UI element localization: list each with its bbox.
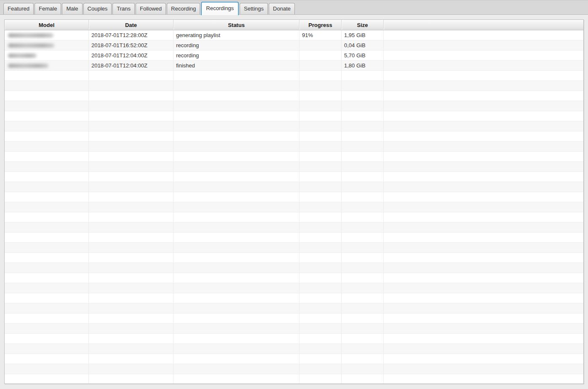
- cell-empty: [5, 273, 89, 283]
- tab-followed[interactable]: Followed: [136, 3, 166, 14]
- empty-row: [5, 374, 583, 384]
- cell-empty: [89, 354, 174, 364]
- cell-empty: [299, 314, 342, 323]
- cell-empty: [5, 202, 89, 212]
- cell-empty: [384, 101, 583, 111]
- cell-empty: [299, 81, 342, 91]
- cell-empty: [384, 303, 583, 313]
- cell-empty: [384, 162, 583, 172]
- cell-empty: [342, 344, 384, 354]
- cell-empty: [174, 293, 299, 303]
- cell-empty: [89, 314, 174, 323]
- cell-empty: [384, 293, 583, 303]
- cell-empty: [89, 212, 174, 222]
- cell-empty: [342, 131, 384, 141]
- cell-empty: [384, 314, 583, 323]
- cell-empty: [342, 354, 384, 364]
- cell-date: 2018-07-01T12:28:00Z: [89, 30, 174, 40]
- cell-empty: [174, 192, 299, 202]
- cell-empty: [174, 91, 299, 101]
- tab-trans[interactable]: Trans: [112, 3, 135, 14]
- cell-empty: [89, 91, 174, 101]
- column-header-size[interactable]: Size: [342, 20, 384, 30]
- cell-empty: [5, 111, 89, 121]
- cell-empty: [174, 111, 299, 121]
- column-header-status[interactable]: Status: [174, 20, 299, 30]
- empty-row: [5, 91, 583, 101]
- recording-row[interactable]: 2018-07-01T16:52:00Zrecording0,04 GiB: [5, 40, 583, 51]
- recording-row[interactable]: 2018-07-01T12:04:00Zrecording5,70 GiB: [5, 51, 583, 61]
- tab-couples[interactable]: Couples: [83, 3, 112, 14]
- cell-empty: [299, 223, 342, 232]
- cell-empty: [174, 314, 299, 323]
- cell-empty: [342, 192, 384, 202]
- cell-empty: [384, 91, 583, 101]
- cell-empty: [299, 212, 342, 222]
- cell-empty: [5, 253, 89, 263]
- empty-row: [5, 152, 583, 162]
- cell-progress: [299, 51, 342, 60]
- empty-row: [5, 192, 583, 202]
- cell-empty: [342, 223, 384, 232]
- empty-row: [5, 233, 583, 243]
- cell-empty: [299, 283, 342, 293]
- cell-empty: [342, 202, 384, 212]
- redacted-model-name: [8, 33, 53, 38]
- cell-empty: [89, 273, 174, 283]
- cell-empty: [384, 354, 583, 364]
- empty-row: [5, 273, 583, 283]
- tab-recording[interactable]: Recording: [167, 3, 200, 14]
- cell-empty: [174, 212, 299, 222]
- cell-empty: [174, 101, 299, 111]
- cell-size: 1,80 GiB: [342, 61, 384, 70]
- cell-empty: [299, 344, 342, 354]
- cell-size: 5,70 GiB: [342, 51, 384, 60]
- cell-status: recording: [174, 51, 299, 60]
- cell-empty: [89, 152, 174, 161]
- empty-row: [5, 111, 583, 121]
- recording-row[interactable]: 2018-07-01T12:04:00Zfinished1,80 GiB: [5, 61, 583, 71]
- cell-empty: [174, 344, 299, 354]
- empty-row: [5, 121, 583, 131]
- cell-empty: [384, 263, 583, 273]
- cell-empty: [5, 233, 89, 242]
- tab-featured[interactable]: Featured: [3, 3, 34, 14]
- tab-female[interactable]: Female: [35, 3, 61, 14]
- cell-empty: [174, 273, 299, 283]
- cell-empty: [89, 71, 174, 80]
- column-header-progress[interactable]: Progress: [299, 20, 342, 30]
- cell-empty: [174, 71, 299, 80]
- cell-empty: [5, 142, 89, 151]
- cell-extra: [384, 40, 583, 50]
- cell-empty: [384, 243, 583, 252]
- cell-empty: [89, 162, 174, 172]
- cell-empty: [299, 121, 342, 131]
- column-header-date[interactable]: Date: [89, 20, 174, 30]
- cell-empty: [299, 324, 342, 333]
- tab-recordings[interactable]: Recordings: [201, 2, 239, 15]
- cell-empty: [5, 152, 89, 161]
- tab-settings[interactable]: Settings: [240, 3, 268, 14]
- cell-empty: [299, 192, 342, 202]
- tab-male[interactable]: Male: [62, 3, 82, 14]
- cell-empty: [89, 142, 174, 151]
- tab-donate[interactable]: Donate: [269, 3, 295, 14]
- cell-empty: [384, 233, 583, 242]
- cell-empty: [174, 374, 299, 384]
- cell-empty: [384, 71, 583, 80]
- cell-empty: [89, 192, 174, 202]
- cell-empty: [89, 81, 174, 91]
- cell-empty: [299, 182, 342, 192]
- column-header-model[interactable]: Model: [5, 20, 89, 30]
- cell-empty: [89, 283, 174, 293]
- cell-empty: [5, 354, 89, 364]
- cell-empty: [89, 374, 174, 384]
- cell-empty: [299, 233, 342, 242]
- cell-empty: [299, 111, 342, 121]
- cell-empty: [384, 324, 583, 333]
- tab-bar: FeaturedFemaleMaleCouplesTransFollowedRe…: [0, 0, 588, 15]
- cell-empty: [342, 334, 384, 343]
- recording-row[interactable]: 2018-07-01T12:28:00Zgenerating playlist9…: [5, 30, 583, 40]
- cell-empty: [384, 283, 583, 293]
- empty-row: [5, 364, 583, 374]
